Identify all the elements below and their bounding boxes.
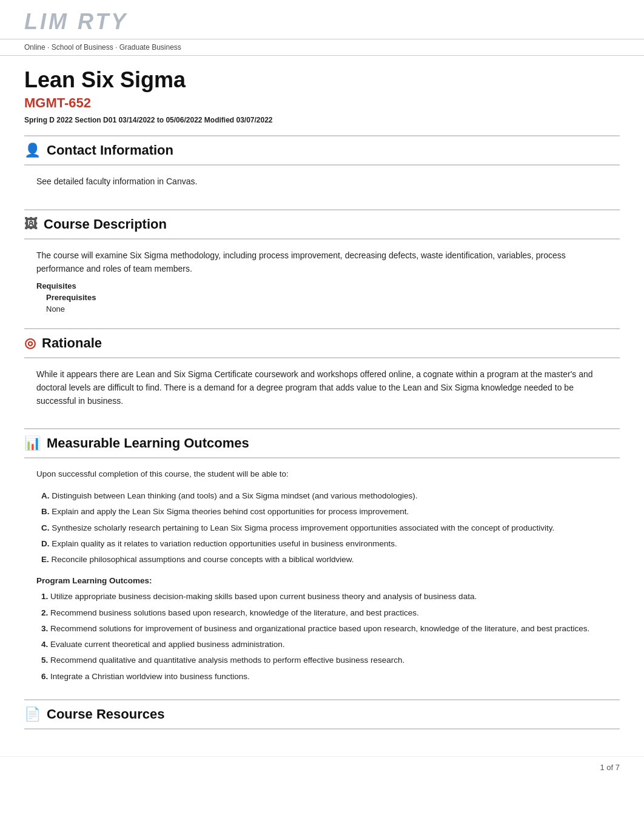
prerequisites-value: None (46, 304, 608, 314)
breadcrumb-school[interactable]: School of Business (52, 43, 113, 52)
breadcrumb-separator-2: · (115, 43, 119, 52)
outcomes-heading: Measurable Learning Outcomes (47, 435, 249, 451)
breadcrumb-grad[interactable]: Graduate Business (119, 43, 181, 52)
list-item: C. Synthesize scholarly research pertain… (36, 520, 608, 536)
description-section: 🖼 Course Description The course will exa… (24, 209, 620, 326)
list-item: 1. Utilize appropriate business decision… (36, 589, 608, 605)
breadcrumb-online[interactable]: Online (24, 43, 45, 52)
rationale-header: ◎ Rationale (24, 328, 620, 358)
description-header: 🖼 Course Description (24, 209, 620, 240)
main-content: Lean Six Sigma MGMT-652 Spring D 2022 Se… (0, 56, 644, 756)
description-heading: Course Description (44, 216, 167, 232)
breadcrumb-separator-1: · (47, 43, 52, 52)
monitor-icon: 🖼 (24, 216, 38, 232)
outcomes-intro: Upon successful completion of this cours… (36, 468, 608, 481)
prerequisites-label: Prerequisites (46, 293, 608, 302)
person-icon: 👤 (24, 143, 41, 158)
resources-heading: Course Resources (47, 706, 164, 722)
list-item: D. Explain quality as it relates to vari… (36, 536, 608, 552)
rationale-body: While it appears there are Lean and Six … (24, 358, 620, 426)
program-list: 1. Utilize appropriate business decision… (36, 589, 608, 685)
list-item: 3. Recommend solutions for improvement o… (36, 621, 608, 637)
outcomes-list: A. Distinguish between Lean thinking (an… (36, 488, 608, 568)
target-icon: ◎ (24, 335, 36, 351)
list-item: 4. Evaluate current theoretical and appl… (36, 637, 608, 652)
contact-section: 👤 Contact Information See detailed facul… (24, 135, 620, 207)
outcomes-body: Upon successful completion of this cours… (24, 458, 620, 697)
course-title: Lean Six Sigma (24, 67, 620, 93)
bar-chart-icon: 📊 (24, 435, 41, 451)
list-item: 6. Integrate a Christian worldview into … (36, 669, 608, 685)
course-code: MGMT-652 (24, 95, 620, 111)
document-icon: 📄 (24, 706, 41, 722)
contact-text: See detailed faculty information in Canv… (36, 175, 608, 189)
page-number: 1 of 7 (0, 756, 644, 778)
requisites-label: Requisites (36, 281, 608, 290)
contact-header: 👤 Contact Information (24, 135, 620, 166)
contact-body: See detailed faculty information in Canv… (24, 166, 620, 207)
outcomes-section: 📊 Measurable Learning Outcomes Upon succ… (24, 428, 620, 697)
list-item: A. Distinguish between Lean thinking (an… (36, 488, 608, 504)
contact-heading: Contact Information (47, 143, 173, 158)
program-outcomes-label: Program Learning Outcomes: (36, 576, 608, 585)
rationale-text: While it appears there are Lean and Six … (36, 368, 608, 407)
description-text: The course will examine Six Sigma method… (36, 249, 608, 275)
list-item: 2. Recommend business solutions based up… (36, 605, 608, 621)
resources-section: 📄 Course Resources (24, 699, 620, 729)
rationale-section: ◎ Rationale While it appears there are L… (24, 328, 620, 426)
course-meta: Spring D 2022 Section D01 03/14/2022 to … (24, 116, 620, 124)
resources-header: 📄 Course Resources (24, 699, 620, 729)
list-item: E. Reconcile philosophical assumptions a… (36, 552, 608, 568)
outcomes-header: 📊 Measurable Learning Outcomes (24, 428, 620, 458)
list-item: B. Explain and apply the Lean Six Sigma … (36, 504, 608, 520)
logo: LIM RTY (24, 11, 620, 33)
logo-area: LIM RTY (0, 0, 644, 39)
rationale-heading: Rationale (42, 335, 102, 351)
breadcrumb: Online · School of Business · Graduate B… (0, 39, 644, 56)
description-body: The course will examine Six Sigma method… (24, 240, 620, 326)
list-item: 5. Recommend qualitative and quantitativ… (36, 652, 608, 668)
